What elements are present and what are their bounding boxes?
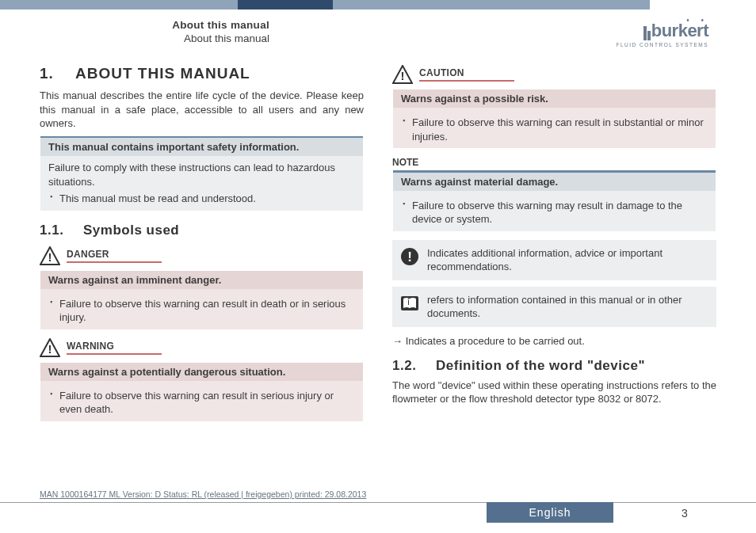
burkert-logo: • • burkert FLUID CONTROL SYSTEMS [617, 19, 709, 48]
page-number: 3 [613, 502, 756, 523]
top-color-bar [0, 0, 756, 10]
caution-header: ! CAUTION [392, 65, 716, 84]
section-1-1-heading: 1.1.Symbols used [40, 223, 364, 238]
section-1-intro: This manual describes the entire life cy… [40, 89, 364, 131]
page-footer: MAN 1000164177 ML Version: D Status: RL … [0, 489, 756, 533]
language-indicator: English [487, 502, 613, 523]
svg-text:!: ! [48, 342, 52, 356]
header-title-sub: About this manual [48, 32, 269, 44]
warning-header: ! WARNING [40, 338, 364, 357]
note-label: NOTE [392, 157, 716, 168]
procedure-indicator: → Indicates a procedure to be carried ou… [392, 335, 716, 347]
safety-box-title: This manual contains important safety in… [40, 138, 363, 156]
svg-text:!: ! [407, 249, 412, 265]
info-advice-box: ! Indicates additional information, advi… [392, 240, 716, 280]
page-header: About this manual About this manual • • … [0, 10, 756, 65]
warning-triangle-icon: ! [40, 246, 60, 265]
header-title-bold: About this manual [48, 19, 269, 31]
svg-text:!: ! [401, 69, 405, 82]
warning-triangle-icon: ! [392, 65, 413, 84]
svg-point-7 [408, 298, 410, 299]
note-box: Warns against material damage. Failure t… [392, 169, 716, 232]
danger-header: ! DANGER [40, 246, 364, 265]
danger-box: Warns against an imminent danger. Failur… [40, 270, 364, 330]
section-1-heading: 1.ABOUT THIS MANUAL [40, 65, 364, 82]
warning-triangle-icon: ! [40, 338, 60, 357]
svg-rect-6 [408, 300, 409, 305]
reference-box: refers to information contained in this … [392, 287, 716, 327]
info-circle-icon: ! [400, 247, 419, 266]
book-reference-icon [400, 294, 419, 313]
svg-text:!: ! [48, 250, 52, 264]
warning-box: Warns against a potentially dangerous si… [40, 362, 364, 422]
safety-info-box: This manual contains important safety in… [40, 135, 364, 211]
section-1-2-heading: 1.2.Definition of the word "device" [392, 358, 716, 374]
document-info: MAN 1000164177 ML Version: D Status: RL … [0, 489, 756, 502]
main-content: 1.ABOUT THIS MANUAL This manual describe… [0, 65, 756, 469]
caution-box: Warns against a possible risk. Failure t… [392, 89, 716, 149]
section-1-2-body: The word "device" used within these oper… [392, 379, 716, 406]
